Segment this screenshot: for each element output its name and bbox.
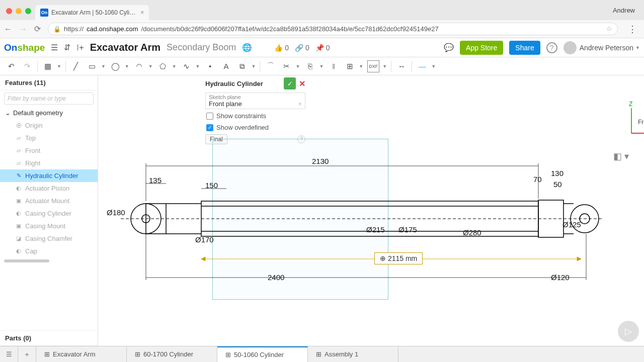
feature-item[interactable]: ◐Actuator Piston bbox=[0, 182, 98, 195]
svg-marker-26 bbox=[577, 257, 581, 261]
dxf-tool-icon[interactable]: DXF bbox=[367, 60, 379, 72]
offset-tool-icon[interactable]: ⎘ bbox=[304, 60, 316, 72]
add-tab-icon[interactable]: ＋ bbox=[18, 346, 36, 362]
bookmark-icon[interactable]: ☆ bbox=[606, 25, 612, 33]
features-filter-input[interactable]: Filter by name or type bbox=[4, 93, 94, 105]
reload-icon[interactable]: ⟳ bbox=[34, 24, 41, 34]
tree-icon[interactable]: ⇵ bbox=[64, 43, 70, 52]
line-tool-icon[interactable]: ╱ bbox=[70, 60, 82, 72]
feature-item[interactable]: ▱Right bbox=[0, 157, 98, 169]
features-panel: Features (11) Filter by name or type ⌄De… bbox=[0, 75, 98, 346]
feature-item[interactable]: ◐Casing Cylinder bbox=[0, 207, 98, 220]
constraint-tool-icon[interactable]: — bbox=[416, 60, 428, 72]
default-geometry-section[interactable]: ⌄Default geometry bbox=[0, 107, 98, 119]
view-icon[interactable]: ▦ bbox=[42, 60, 54, 72]
svg-text:Ø170: Ø170 bbox=[195, 235, 214, 244]
document-tab[interactable]: ⊞Excavator Arm bbox=[36, 346, 127, 362]
user-menu[interactable]: Andrew Peterson ▼ bbox=[564, 41, 640, 54]
rect-tool-icon[interactable]: ▭ bbox=[86, 60, 98, 72]
url-input[interactable]: 🔒 https://cad.onshape.com/documents/b0dc… bbox=[48, 23, 618, 35]
forward-icon: → bbox=[19, 25, 27, 34]
undo-icon[interactable]: ↶ bbox=[5, 60, 17, 72]
show-overdefined-checkbox[interactable]: ✓Show overdefined bbox=[201, 122, 309, 133]
minimize-window-icon[interactable] bbox=[16, 8, 22, 14]
svg-text:Ø215: Ø215 bbox=[366, 225, 385, 234]
sketch-name[interactable]: Hydraulic Cylinder bbox=[205, 80, 281, 87]
svg-text:135: 135 bbox=[149, 176, 162, 185]
document-tab[interactable]: ⊞50-1060 Cylinder bbox=[217, 346, 308, 362]
sketch-canvas[interactable]: Hydraulic Cylinder ✓ ✕ Sketch plane Fron… bbox=[101, 75, 644, 346]
svg-text:Ø125: Ø125 bbox=[562, 220, 581, 229]
play-overlay-icon[interactable]: ▷ bbox=[618, 321, 639, 342]
feature-item[interactable]: ▱Top bbox=[0, 132, 98, 144]
back-icon[interactable]: ← bbox=[4, 25, 12, 34]
url-host: cad.onshape.com bbox=[87, 25, 138, 33]
sketch-dialog: Hydraulic Cylinder ✓ ✕ Sketch plane Fron… bbox=[201, 75, 309, 145]
feature-item[interactable]: ▣Casing Mount bbox=[0, 220, 98, 232]
appstore-button[interactable]: App Store bbox=[460, 41, 503, 55]
fillet-tool-icon[interactable]: ⌒ bbox=[264, 60, 276, 72]
favicon-icon: On bbox=[40, 9, 48, 17]
share-button[interactable]: Share bbox=[509, 41, 540, 55]
svg-text:70: 70 bbox=[533, 175, 542, 184]
mirror-tool-icon[interactable]: ⦀ bbox=[328, 60, 340, 72]
svg-text:2130: 2130 bbox=[312, 157, 329, 165]
confirm-button[interactable]: ✓ bbox=[284, 77, 296, 89]
circle-tool-icon[interactable]: ◯ bbox=[110, 60, 122, 72]
onshape-logo[interactable]: Onshape bbox=[4, 42, 45, 53]
likes-stat[interactable]: 👍 0 bbox=[274, 44, 289, 52]
url-path: /documents/b0dc26f9cd0606f207ffa1ef/w/dc… bbox=[141, 25, 439, 33]
dimension-input[interactable]: ⊕ 2115 mm bbox=[374, 252, 423, 264]
menu-icon[interactable]: ☰ bbox=[51, 43, 58, 52]
sketch-plane-field[interactable]: Sketch plane Front plane× bbox=[205, 93, 305, 109]
tab-close-icon[interactable]: × bbox=[140, 9, 144, 16]
window-controls[interactable] bbox=[4, 8, 35, 20]
globe-icon[interactable]: 🌐 bbox=[242, 43, 252, 52]
comment-icon[interactable]: 💬 bbox=[444, 43, 454, 52]
browser-tab-bar: On Excavator Arm | 50-1060 Cyli… × Andre… bbox=[0, 0, 644, 20]
dimension-tool-icon[interactable]: ↔ bbox=[395, 60, 408, 72]
browser-tab[interactable]: On Excavator Arm | 50-1060 Cyli… × bbox=[35, 5, 149, 20]
spline-tool-icon[interactable]: ∿ bbox=[181, 60, 193, 72]
point-tool-icon[interactable]: • bbox=[204, 60, 216, 72]
feature-item[interactable]: ◐Cap bbox=[0, 245, 98, 257]
insert-icon[interactable]: ⁞+ bbox=[76, 43, 84, 52]
avatar-icon bbox=[564, 41, 577, 54]
browser-profile[interactable]: Andrew bbox=[613, 7, 640, 20]
close-window-icon[interactable] bbox=[6, 8, 12, 14]
help-icon[interactable]: ? bbox=[546, 42, 557, 53]
browser-menu-icon[interactable]: ⋮ bbox=[625, 24, 640, 35]
sidebar-scrollbar[interactable] bbox=[4, 259, 49, 262]
arc-tool-icon[interactable]: ◠ bbox=[133, 60, 145, 72]
address-bar: ← → ⟳ 🔒 https://cad.onshape.com/document… bbox=[0, 20, 644, 38]
use-tool-icon[interactable]: ⧉ bbox=[236, 60, 249, 72]
pins-stat[interactable]: 📌 0 bbox=[315, 44, 330, 52]
cancel-button[interactable]: ✕ bbox=[299, 79, 305, 88]
document-name[interactable]: Excavator Arm bbox=[90, 42, 160, 53]
document-tab[interactable]: ⊞60-1700 Cylinder bbox=[127, 346, 217, 362]
pattern-tool-icon[interactable]: ⊞ bbox=[344, 60, 356, 72]
maximize-window-icon[interactable] bbox=[25, 8, 31, 14]
feature-item[interactable]: ▱Front bbox=[0, 144, 98, 157]
text-tool-icon[interactable]: A bbox=[220, 60, 232, 72]
svg-text:2400: 2400 bbox=[268, 273, 284, 282]
polygon-tool-icon[interactable]: ⬠ bbox=[157, 60, 169, 72]
redo-icon[interactable]: ↷ bbox=[21, 60, 33, 72]
links-stat[interactable]: 🔗 0 bbox=[295, 44, 309, 52]
tab-manager-icon[interactable]: ☰ bbox=[0, 346, 18, 362]
workspace-name[interactable]: Secondary Boom bbox=[167, 42, 236, 53]
document-tab[interactable]: ⊞Assembly 1 bbox=[308, 346, 398, 362]
svg-text:150: 150 bbox=[205, 181, 218, 190]
feature-item[interactable]: ◪Casing Chamfer bbox=[0, 232, 98, 245]
features-header: Features (11) bbox=[0, 75, 98, 90]
feature-item[interactable]: ✎Hydraulic Cylinder bbox=[0, 169, 98, 182]
svg-text:50: 50 bbox=[553, 180, 562, 189]
sketch-drawing: 2130 135 150 Ø180 Ø170 Ø215 Ø175 Ø280 Ø1… bbox=[101, 136, 644, 287]
show-constraints-checkbox[interactable]: Show constraints bbox=[201, 110, 309, 122]
trim-tool-icon[interactable]: ✂ bbox=[280, 60, 292, 72]
feature-item[interactable]: ⦿Origin bbox=[0, 119, 98, 132]
feature-item[interactable]: ▣Actuator Mount bbox=[0, 195, 98, 207]
parts-header: Parts (0) bbox=[0, 330, 98, 346]
app-header: Onshape ☰ ⇵ ⁞+ Excavator Arm Secondary B… bbox=[0, 38, 644, 57]
document-tabs: ☰ ＋ ⊞Excavator Arm⊞60-1700 Cylinder⊞50-1… bbox=[0, 346, 644, 362]
